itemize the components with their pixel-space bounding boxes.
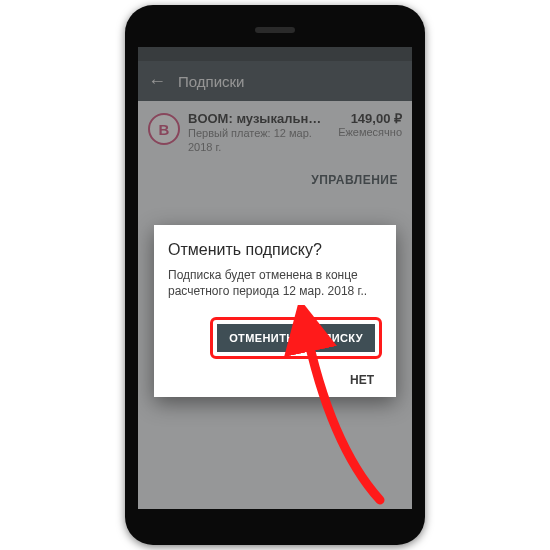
app-icon: B [148,113,180,145]
subscription-price: 149,00 ₽ [338,111,402,126]
phone-screen: ← Подписки B BOOM: музыкальный… Первый п… [138,47,412,509]
dialog-title: Отменить подписку? [168,241,382,259]
page-title: Подписки [178,73,245,90]
annotation-highlight: ОТМЕНИТЬ ПОДПИСКУ [210,317,382,359]
confirm-cancel-button[interactable]: ОТМЕНИТЬ ПОДПИСКУ [217,324,375,352]
phone-frame: ← Подписки B BOOM: музыкальный… Первый п… [125,5,425,545]
subscription-row[interactable]: B BOOM: музыкальный… Первый платеж: 12 м… [148,111,402,155]
phone-earpiece [255,27,295,33]
cancel-subscription-dialog: Отменить подписку? Подписка будет отмене… [154,225,396,397]
manage-button[interactable]: УПРАВЛЕНИЕ [148,173,398,187]
back-arrow-icon[interactable]: ← [146,72,168,90]
dialog-body: Подписка будет отменена в конце расчетно… [168,267,382,299]
status-bar [138,47,412,61]
subscription-subtitle: Первый платеж: 12 мар. 2018 г. [188,127,332,155]
subscription-title: BOOM: музыкальный… [188,111,332,126]
deny-button[interactable]: НЕТ [342,369,382,387]
app-bar: ← Подписки [138,61,412,101]
subscription-period: Ежемесячно [338,126,402,138]
subscription-list: B BOOM: музыкальный… Первый платеж: 12 м… [138,101,412,187]
